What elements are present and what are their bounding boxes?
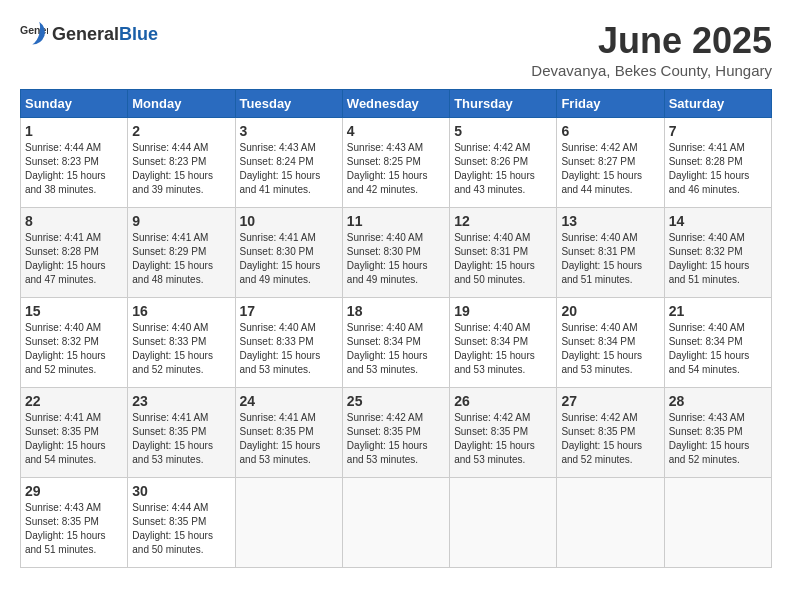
header-tuesday: Tuesday [235, 90, 342, 118]
header-wednesday: Wednesday [342, 90, 449, 118]
table-row: 26 Sunrise: 4:42 AM Sunset: 8:35 PM Dayl… [450, 388, 557, 478]
calendar-week-row: 22 Sunrise: 4:41 AM Sunset: 8:35 PM Dayl… [21, 388, 772, 478]
day-detail: Sunrise: 4:40 AM Sunset: 8:34 PM Dayligh… [669, 321, 767, 377]
table-row: 2 Sunrise: 4:44 AM Sunset: 8:23 PM Dayli… [128, 118, 235, 208]
table-row [557, 478, 664, 568]
day-detail: Sunrise: 4:41 AM Sunset: 8:29 PM Dayligh… [132, 231, 230, 287]
table-row: 11 Sunrise: 4:40 AM Sunset: 8:30 PM Dayl… [342, 208, 449, 298]
header-friday: Friday [557, 90, 664, 118]
day-number: 13 [561, 213, 659, 229]
table-row: 25 Sunrise: 4:42 AM Sunset: 8:35 PM Dayl… [342, 388, 449, 478]
day-number: 8 [25, 213, 123, 229]
table-row: 7 Sunrise: 4:41 AM Sunset: 8:28 PM Dayli… [664, 118, 771, 208]
table-row: 3 Sunrise: 4:43 AM Sunset: 8:24 PM Dayli… [235, 118, 342, 208]
day-number: 27 [561, 393, 659, 409]
table-row: 12 Sunrise: 4:40 AM Sunset: 8:31 PM Dayl… [450, 208, 557, 298]
table-row [235, 478, 342, 568]
table-row: 30 Sunrise: 4:44 AM Sunset: 8:35 PM Dayl… [128, 478, 235, 568]
header-row: Sunday Monday Tuesday Wednesday Thursday… [21, 90, 772, 118]
table-row: 28 Sunrise: 4:43 AM Sunset: 8:35 PM Dayl… [664, 388, 771, 478]
day-detail: Sunrise: 4:40 AM Sunset: 8:33 PM Dayligh… [240, 321, 338, 377]
day-number: 25 [347, 393, 445, 409]
day-number: 30 [132, 483, 230, 499]
day-detail: Sunrise: 4:40 AM Sunset: 8:30 PM Dayligh… [347, 231, 445, 287]
day-number: 16 [132, 303, 230, 319]
day-detail: Sunrise: 4:41 AM Sunset: 8:35 PM Dayligh… [240, 411, 338, 467]
day-detail: Sunrise: 4:42 AM Sunset: 8:27 PM Dayligh… [561, 141, 659, 197]
day-number: 15 [25, 303, 123, 319]
table-row: 24 Sunrise: 4:41 AM Sunset: 8:35 PM Dayl… [235, 388, 342, 478]
day-detail: Sunrise: 4:41 AM Sunset: 8:35 PM Dayligh… [132, 411, 230, 467]
day-number: 4 [347, 123, 445, 139]
day-detail: Sunrise: 4:42 AM Sunset: 8:35 PM Dayligh… [454, 411, 552, 467]
day-detail: Sunrise: 4:43 AM Sunset: 8:24 PM Dayligh… [240, 141, 338, 197]
day-detail: Sunrise: 4:43 AM Sunset: 8:35 PM Dayligh… [669, 411, 767, 467]
table-row [342, 478, 449, 568]
day-detail: Sunrise: 4:42 AM Sunset: 8:26 PM Dayligh… [454, 141, 552, 197]
day-detail: Sunrise: 4:41 AM Sunset: 8:35 PM Dayligh… [25, 411, 123, 467]
day-number: 6 [561, 123, 659, 139]
table-row: 21 Sunrise: 4:40 AM Sunset: 8:34 PM Dayl… [664, 298, 771, 388]
logo-general-text: General [52, 24, 119, 45]
day-number: 14 [669, 213, 767, 229]
logo: General General Blue [20, 20, 158, 48]
day-detail: Sunrise: 4:44 AM Sunset: 8:23 PM Dayligh… [132, 141, 230, 197]
table-row: 8 Sunrise: 4:41 AM Sunset: 8:28 PM Dayli… [21, 208, 128, 298]
logo-icon: General [20, 20, 48, 48]
day-number: 2 [132, 123, 230, 139]
table-row: 15 Sunrise: 4:40 AM Sunset: 8:32 PM Dayl… [21, 298, 128, 388]
day-number: 24 [240, 393, 338, 409]
day-detail: Sunrise: 4:40 AM Sunset: 8:32 PM Dayligh… [669, 231, 767, 287]
day-detail: Sunrise: 4:44 AM Sunset: 8:35 PM Dayligh… [132, 501, 230, 557]
day-number: 1 [25, 123, 123, 139]
day-number: 29 [25, 483, 123, 499]
calendar-subtitle: Devavanya, Bekes County, Hungary [531, 62, 772, 79]
table-row: 17 Sunrise: 4:40 AM Sunset: 8:33 PM Dayl… [235, 298, 342, 388]
day-number: 5 [454, 123, 552, 139]
table-row [664, 478, 771, 568]
header-monday: Monday [128, 90, 235, 118]
calendar-week-row: 1 Sunrise: 4:44 AM Sunset: 8:23 PM Dayli… [21, 118, 772, 208]
day-number: 20 [561, 303, 659, 319]
day-detail: Sunrise: 4:43 AM Sunset: 8:35 PM Dayligh… [25, 501, 123, 557]
day-detail: Sunrise: 4:40 AM Sunset: 8:31 PM Dayligh… [454, 231, 552, 287]
day-detail: Sunrise: 4:42 AM Sunset: 8:35 PM Dayligh… [347, 411, 445, 467]
table-row: 27 Sunrise: 4:42 AM Sunset: 8:35 PM Dayl… [557, 388, 664, 478]
table-row: 19 Sunrise: 4:40 AM Sunset: 8:34 PM Dayl… [450, 298, 557, 388]
day-detail: Sunrise: 4:43 AM Sunset: 8:25 PM Dayligh… [347, 141, 445, 197]
title-area: June 2025 Devavanya, Bekes County, Hunga… [531, 20, 772, 79]
day-detail: Sunrise: 4:41 AM Sunset: 8:30 PM Dayligh… [240, 231, 338, 287]
table-row: 29 Sunrise: 4:43 AM Sunset: 8:35 PM Dayl… [21, 478, 128, 568]
table-row: 9 Sunrise: 4:41 AM Sunset: 8:29 PM Dayli… [128, 208, 235, 298]
logo-blue-text: Blue [119, 24, 158, 45]
day-detail: Sunrise: 4:40 AM Sunset: 8:33 PM Dayligh… [132, 321, 230, 377]
calendar-week-row: 29 Sunrise: 4:43 AM Sunset: 8:35 PM Dayl… [21, 478, 772, 568]
table-row: 13 Sunrise: 4:40 AM Sunset: 8:31 PM Dayl… [557, 208, 664, 298]
day-number: 28 [669, 393, 767, 409]
table-row: 18 Sunrise: 4:40 AM Sunset: 8:34 PM Dayl… [342, 298, 449, 388]
day-detail: Sunrise: 4:41 AM Sunset: 8:28 PM Dayligh… [669, 141, 767, 197]
day-detail: Sunrise: 4:44 AM Sunset: 8:23 PM Dayligh… [25, 141, 123, 197]
day-detail: Sunrise: 4:41 AM Sunset: 8:28 PM Dayligh… [25, 231, 123, 287]
day-number: 19 [454, 303, 552, 319]
table-row: 22 Sunrise: 4:41 AM Sunset: 8:35 PM Dayl… [21, 388, 128, 478]
day-number: 3 [240, 123, 338, 139]
day-detail: Sunrise: 4:40 AM Sunset: 8:34 PM Dayligh… [454, 321, 552, 377]
day-number: 17 [240, 303, 338, 319]
day-number: 26 [454, 393, 552, 409]
day-number: 21 [669, 303, 767, 319]
calendar-week-row: 8 Sunrise: 4:41 AM Sunset: 8:28 PM Dayli… [21, 208, 772, 298]
header-sunday: Sunday [21, 90, 128, 118]
table-row: 10 Sunrise: 4:41 AM Sunset: 8:30 PM Dayl… [235, 208, 342, 298]
table-row: 4 Sunrise: 4:43 AM Sunset: 8:25 PM Dayli… [342, 118, 449, 208]
calendar-table: Sunday Monday Tuesday Wednesday Thursday… [20, 89, 772, 568]
table-row [450, 478, 557, 568]
day-number: 9 [132, 213, 230, 229]
table-row: 16 Sunrise: 4:40 AM Sunset: 8:33 PM Dayl… [128, 298, 235, 388]
table-row: 23 Sunrise: 4:41 AM Sunset: 8:35 PM Dayl… [128, 388, 235, 478]
day-number: 10 [240, 213, 338, 229]
day-number: 7 [669, 123, 767, 139]
day-detail: Sunrise: 4:42 AM Sunset: 8:35 PM Dayligh… [561, 411, 659, 467]
table-row: 5 Sunrise: 4:42 AM Sunset: 8:26 PM Dayli… [450, 118, 557, 208]
day-detail: Sunrise: 4:40 AM Sunset: 8:34 PM Dayligh… [561, 321, 659, 377]
